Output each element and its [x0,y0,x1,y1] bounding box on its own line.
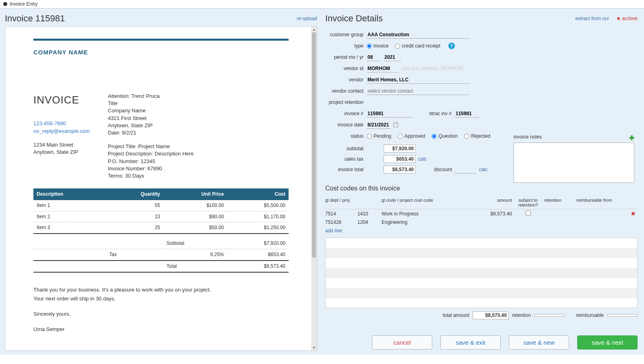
lbl-retention-total: retention [512,312,531,318]
lbl-notes: invoice notes [514,134,542,142]
invoice-date-input[interactable] [367,121,391,129]
period-yr-input[interactable] [384,54,401,61]
lbl-period: period mo / yr [325,54,363,60]
status-pending-radio[interactable] [367,134,372,139]
type-cc-radio[interactable] [395,43,400,49]
doc-attn-addr1: 4321 First Street [108,115,194,122]
status-question-radio[interactable] [431,134,437,139]
lbl-reimbursable-total: reimbursable [576,312,604,318]
period-mo-input[interactable] [367,54,380,61]
notes-textarea[interactable] [514,143,634,183]
archive-link[interactable]: archive [617,16,638,21]
lbl-vendor-id: vendor id [325,66,363,71]
doc-attn: Attention: Trenz Pruca [108,93,194,100]
doc-invno: Invoice Number: 67890 [108,165,194,172]
doc-attn-company: Company Name [108,107,194,114]
invoice-title: Invoice 115981 [5,13,65,24]
lbl-project-retention: project retention [325,99,363,105]
cancel-button[interactable]: cancel [372,335,432,350]
col-amount: amount [472,198,512,207]
lbl-subtotal: subtotal [325,146,363,151]
cost-grid-empty [325,238,638,308]
lbl-customer-group: customer group [325,32,363,37]
btrac-input[interactable] [455,110,479,118]
save-exit-button[interactable]: save & exit [440,335,501,350]
col-dept: gl dept / proj [325,198,357,207]
help-icon[interactable]: ? [448,43,455,49]
document-viewer[interactable]: COMPANY NAME INVOICE 123-456-7890 no_rep… [5,26,317,351]
lbl-sales-tax: sales tax [325,156,363,162]
add-note-icon[interactable]: ✚ [629,134,634,142]
save-next-button[interactable]: save & next [577,335,638,350]
doc-terms: Terms: 30 Days [108,172,194,180]
lbl-vendor-contact: vendor contact [325,88,363,94]
cost-row[interactable]: 7514 1410 Work in Progress $8,573.40 ✖ [325,209,638,218]
use-last-hint: use last selected: MORHOM [402,66,463,71]
doc-addr1: 1234 Main Street [33,141,92,149]
extract-ocr-link[interactable]: extract from ocr [576,16,609,21]
col-reimbursable: reimbursable from [576,198,629,207]
discount-input[interactable] [454,166,477,174]
vendor-contact-input[interactable] [367,87,469,95]
reimbursable-box[interactable] [607,314,638,316]
doc-closing: Thank you for your business. It's a plea… [33,286,289,333]
col-desc: Description [33,188,106,200]
doc-proj-title: Project Title: Project Name [108,143,194,150]
status-rejected-radio[interactable] [464,134,469,139]
col-retention: retention [544,198,576,207]
vendor-input[interactable] [367,76,469,84]
customer-group-input[interactable] [367,31,469,39]
app-icon [3,2,7,6]
add-line-link[interactable]: add line [325,226,638,235]
scroll-down-icon[interactable]: ▾ [311,345,317,350]
doc-email: no_reply@example.com [33,128,92,135]
doc-attn-title: Title [108,100,194,107]
save-new-button[interactable]: save & new [509,335,569,350]
doc-attn-addr2: Anytown, State ZIP [108,122,194,129]
scroll-up-icon[interactable]: ▴ [311,27,317,32]
lbl-total-amount: total amount [443,312,469,318]
retention-checkbox[interactable] [526,211,531,216]
total-amount-box: $8,573.40 [473,311,509,319]
calendar-icon[interactable] [393,122,398,127]
calc-link[interactable]: calc [479,167,487,172]
invoice-no-input[interactable] [367,110,413,118]
status-approved-radio[interactable] [398,134,403,139]
calc-tax-link[interactable]: calc [418,156,427,162]
sales-tax-box[interactable]: $653.40 [384,155,416,163]
type-invoice-radio[interactable] [367,43,372,49]
col-cost: Cost [227,188,289,200]
col-qty: Quantity [106,188,163,200]
scroll-thumb[interactable] [312,32,316,258]
lbl-invoice-total: invoice total [325,167,363,172]
cost-codes-title: Cost codes on this invoice [325,185,638,192]
lbl-discount: discount [428,167,452,172]
vendor-id-input[interactable] [367,65,399,72]
doc-divider [33,39,289,41]
details-title: Invoice Details [325,13,383,24]
doc-company: COMPANY NAME [33,48,289,56]
cost-row[interactable]: 751428 1204 Engineering [325,218,638,226]
col-unit: Unit Price [163,188,227,200]
doc-items-table: Description Quantity Unit Price Cost Ite… [33,188,289,273]
doc-phone: 123-456-7890 [33,120,92,127]
lbl-invoice-date: invoice date [325,122,363,128]
lbl-status: status [325,133,363,139]
lbl-vendor: vendor [325,77,363,83]
window-title: Invoice Entry [10,1,37,7]
reupload-link[interactable]: re-upload [297,16,317,21]
doc-date: Date: 9/2/21 [108,129,194,136]
col-gl-desc: gl code / project cost code [357,198,472,207]
doc-scrollbar[interactable]: ▴ ▾ [311,27,317,350]
delete-row-icon[interactable]: ✖ [631,211,635,217]
invoice-total-box: $8,573.40 [384,165,416,174]
subtotal-box[interactable]: $7,920.00 [384,145,416,153]
doc-proj-desc: Project Description: Description Here [108,150,194,157]
lbl-btrac: btrac inv # [423,111,452,116]
doc-heading: INVOICE [33,93,92,107]
retention-box[interactable] [534,314,565,316]
lbl-type: type [325,43,363,49]
col-retention-flag: subject to retention? [512,198,544,207]
doc-addr2: Anytown, State ZIP [33,149,92,156]
invoice-document: COMPANY NAME INVOICE 123-456-7890 no_rep… [5,27,317,347]
